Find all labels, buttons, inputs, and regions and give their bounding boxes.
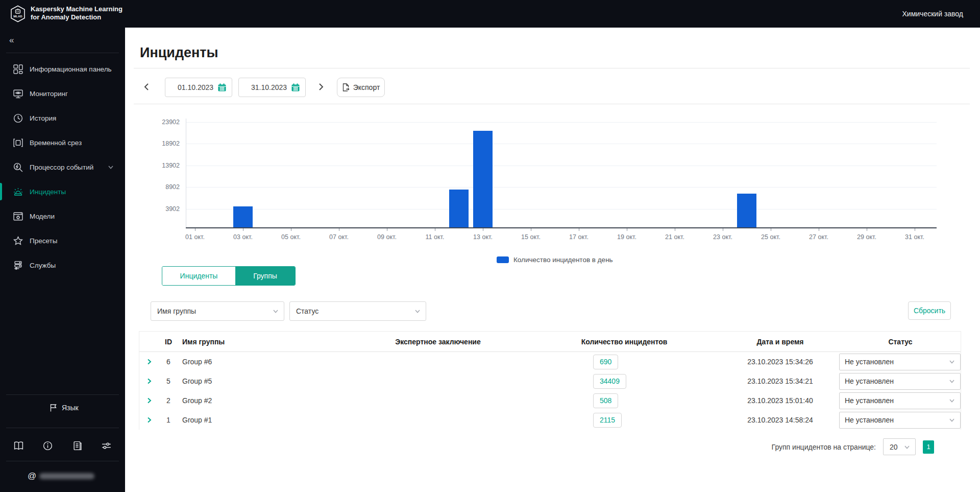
per-page-label: Групп инцидентов на странице:	[772, 443, 876, 451]
cell-status: Не установлен	[839, 373, 962, 390]
chart-bar-24[interactable]	[737, 194, 756, 227]
x-axis-tick-label: 05 окт.	[276, 233, 306, 241]
cell-incident-count: 508	[527, 393, 721, 408]
sidebar-item-services[interactable]: Службы	[0, 253, 125, 277]
incident-count-button[interactable]: 2115	[593, 413, 622, 428]
sidebar-item-time-slice[interactable]: Временной срез	[0, 130, 125, 155]
status-filter-placeholder: Статус	[296, 307, 318, 315]
chart-bar-13[interactable]	[473, 131, 493, 227]
x-axis-tick	[819, 228, 819, 231]
cell-datetime: 23.10.2023 15:34:21	[721, 377, 839, 385]
chart-bar-12[interactable]	[449, 190, 469, 227]
group-name-filter-select[interactable]: Имя группы	[151, 301, 284, 321]
incident-count-button[interactable]: 690	[593, 355, 618, 369]
cell-incident-count: 34409	[527, 374, 721, 389]
row-status-select[interactable]: Не установлен	[839, 373, 961, 390]
chart-legend: Количество инцидентов в день	[497, 256, 613, 264]
date-to-input[interactable]: 31.10.2023	[238, 78, 306, 97]
sidebar-item-label: История	[30, 114, 56, 122]
tab-groups[interactable]: Группы	[235, 267, 295, 285]
page-title: Инциденты	[140, 45, 218, 61]
dashboard-icon	[13, 64, 23, 75]
y-axis-line	[186, 119, 186, 228]
chart-bar-03[interactable]	[233, 206, 253, 227]
view-tabs: Инциденты Группы	[162, 266, 296, 286]
x-axis-tick	[579, 228, 579, 231]
row-status-select[interactable]: Не установлен	[839, 354, 961, 370]
table-row: 5Group #53440923.10.2023 15:34:21Не уста…	[139, 371, 961, 391]
incident-count-button[interactable]: 508	[593, 393, 618, 408]
sidebar-item-label: Временной срез	[30, 139, 82, 147]
x-axis-tick	[195, 228, 195, 231]
guide-book-icon[interactable]	[13, 440, 24, 451]
x-axis-tick	[915, 228, 915, 231]
row-expand-button[interactable]	[139, 417, 159, 423]
date-from-input[interactable]: 01.10.2023	[165, 78, 232, 97]
tab-incidents[interactable]: Инциденты	[162, 267, 235, 285]
chevron-down-icon	[949, 417, 955, 423]
cell-status: Не установлен	[839, 392, 962, 409]
language-button[interactable]: Язык	[50, 404, 79, 412]
flag-icon	[50, 404, 57, 412]
row-expand-button[interactable]	[139, 378, 159, 384]
chevron-down-icon	[414, 308, 421, 314]
y-axis-tick-label: 23902	[156, 119, 180, 126]
y-axis-tick-label: 13902	[156, 162, 180, 169]
column-header-0: ID	[159, 338, 178, 346]
date-range-prev-button[interactable]	[141, 81, 153, 93]
content-divider	[134, 68, 970, 68]
event-processor-icon	[13, 162, 23, 173]
services-icon	[13, 260, 23, 271]
row-status-select[interactable]: Не установлен	[839, 412, 961, 429]
x-axis-tick	[243, 228, 243, 231]
sidebar-item-presets[interactable]: Пресеты	[0, 228, 125, 253]
row-expand-button[interactable]	[139, 359, 159, 365]
sidebar-item-incidents[interactable]: Инциденты	[0, 179, 125, 204]
export-button[interactable]: Экспорт	[337, 78, 385, 97]
settings-sliders-icon[interactable]	[101, 440, 112, 451]
cell-datetime: 23.10.2023 14:58:24	[721, 416, 839, 424]
cell-id: 1	[159, 416, 178, 424]
cell-id: 5	[159, 377, 178, 385]
app-title: Kaspersky Machine Learning for Anomaly D…	[31, 5, 122, 21]
x-axis-tick-label: 07 окт.	[324, 233, 354, 241]
sidebar-item-history[interactable]: История	[0, 106, 125, 130]
x-axis-tick-label: 01 окт.	[180, 233, 210, 241]
column-header-4: Дата и время	[721, 338, 839, 346]
calendar-icon	[217, 83, 227, 92]
row-status-value: Не установлен	[845, 396, 894, 405]
changelog-icon[interactable]	[72, 440, 83, 451]
sidebar-item-event-processor[interactable]: Процессор событий	[0, 155, 125, 179]
sidebar-item-dashboard[interactable]: Информационная панель	[0, 57, 125, 81]
chart-gridline	[186, 122, 937, 123]
incident-count-button[interactable]: 34409	[593, 374, 626, 389]
table-header-row: IDИмя группыЭкспертное заключениеКоличес…	[139, 332, 961, 352]
per-page-select[interactable]: 20	[883, 438, 916, 455]
x-axis-tick	[723, 228, 723, 231]
chevron-down-icon	[949, 378, 955, 384]
sidebar-item-models[interactable]: Модели	[0, 204, 125, 228]
row-status-select[interactable]: Не установлен	[839, 392, 961, 409]
info-icon[interactable]	[42, 440, 53, 451]
date-range-next-button[interactable]	[314, 81, 327, 93]
sidebar-collapse-button[interactable]: «	[9, 34, 22, 47]
x-axis-tick-label: 13 окт.	[468, 233, 498, 241]
x-axis-tick	[531, 228, 531, 231]
x-axis-tick-label: 27 окт.	[803, 233, 834, 241]
sidebar-item-monitoring[interactable]: Мониторинг	[0, 81, 125, 106]
y-axis-tick-label: 3902	[156, 205, 180, 213]
row-expand-button[interactable]	[139, 397, 159, 404]
x-axis-tick	[291, 228, 291, 231]
x-axis-tick-label: 11 окт.	[420, 233, 450, 241]
chevron-right-icon	[147, 359, 152, 365]
presets-icon	[13, 236, 23, 246]
user-account[interactable]: @	[28, 471, 94, 481]
x-axis-tick-label: 09 окт.	[372, 233, 402, 241]
chevron-right-icon	[147, 417, 152, 423]
status-filter-select[interactable]: Статус	[289, 301, 426, 321]
page-number-button[interactable]: 1	[923, 440, 934, 454]
calendar-icon	[291, 83, 300, 92]
reset-filters-button[interactable]: Сбросить	[908, 301, 951, 320]
x-axis-tick	[435, 228, 435, 231]
x-axis-tick-label: 21 окт.	[659, 233, 690, 241]
